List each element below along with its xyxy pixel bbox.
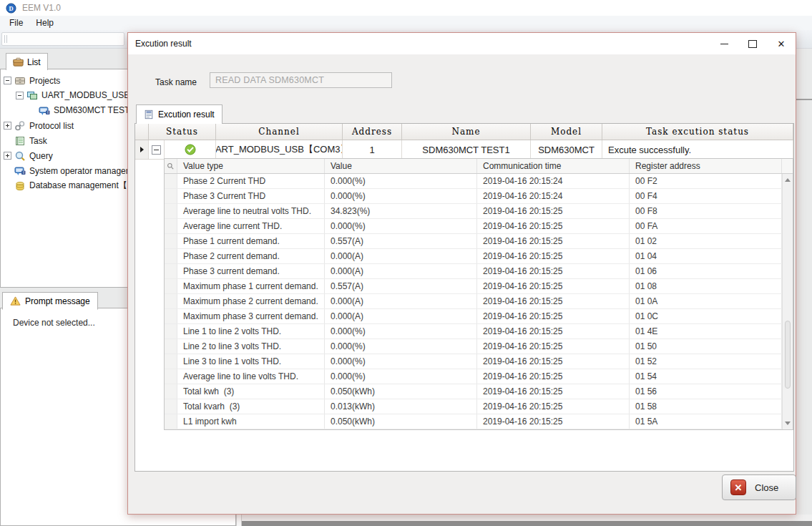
- detail-cell-register: 01 0C: [630, 309, 782, 323]
- panel-splitter[interactable]: [236, 515, 242, 526]
- minimize-button[interactable]: [710, 33, 738, 54]
- detail-cell-register: 01 56: [630, 384, 782, 399]
- detail-row[interactable]: Maximum phase 2 current demand.0.000(A)2…: [165, 294, 793, 309]
- column-header[interactable]: Communication time: [477, 159, 630, 173]
- detail-cell-type: Line 3 to line 1 volts THD.: [177, 354, 325, 369]
- master-cell-channel: UART_MODBUS_USB【COM3】: [216, 140, 343, 159]
- detail-row[interactable]: Line 1 to line 2 volts THD.0.000(%)2019-…: [165, 324, 793, 339]
- detail-row[interactable]: Average line current THD.0.000(%)2019-04…: [165, 219, 793, 234]
- column-header[interactable]: Model: [531, 124, 602, 140]
- detail-cell-register: 01 02: [630, 234, 782, 248]
- detail-row[interactable]: Line 2 to line 3 volts THD.0.000(%)2019-…: [165, 339, 793, 354]
- detail-row[interactable]: Maximum phase 3 current demand.0.000(A)2…: [165, 309, 793, 324]
- detail-cell-type: Maximum phase 1 current demand.: [177, 279, 325, 293]
- detail-cell-type: Total kwh (3): [177, 384, 325, 399]
- detail-cell-type: Average line to line volts THD.: [177, 369, 325, 384]
- detail-cell-time: 2019-04-16 20:15:25: [477, 234, 630, 248]
- detail-row[interactable]: Total kvarh (3)0.013(kWh)2019-04-16 20:1…: [165, 399, 793, 414]
- detail-cell-value: 0.000(%): [325, 324, 477, 339]
- detail-row[interactable]: Average line to neutral volts THD.34.823…: [165, 204, 793, 219]
- task-name-input[interactable]: [210, 72, 392, 88]
- column-header[interactable]: Value type: [177, 159, 325, 173]
- tree-expander-plus[interactable]: [4, 152, 11, 160]
- result-grid-page: StatusChannelAddressNameModelTask excuti…: [134, 123, 794, 472]
- detail-cell-time: 2019-04-16 20:15:25: [477, 309, 630, 323]
- column-header[interactable]: Name: [402, 124, 531, 140]
- toolbar-grip-icon[interactable]: [4, 35, 9, 43]
- tab-list[interactable]: List: [6, 53, 48, 70]
- detail-row[interactable]: Total kwh (3)0.050(kWh)2019-04-16 20:15:…: [165, 384, 793, 399]
- row-indicator: [165, 414, 177, 429]
- detail-row[interactable]: Maximum phase 1 current demand.0.557(A)2…: [165, 279, 793, 294]
- detail-row[interactable]: L1 import kwh0.050(kWh)2019-04-16 20:15:…: [165, 414, 793, 429]
- row-indicator: [165, 234, 177, 248]
- toolbar-field[interactable]: [1, 32, 124, 46]
- window-title: EEM V1.0: [22, 3, 61, 13]
- device-icon: f: [39, 105, 50, 117]
- tab-list-label: List: [27, 57, 41, 67]
- row-indicator: [165, 399, 177, 414]
- row-indicator: [165, 219, 177, 233]
- column-header[interactable]: Value: [325, 159, 477, 173]
- scroll-down-arrow[interactable]: [783, 418, 793, 429]
- master-cell-task-status: Excute successfully.: [602, 140, 793, 159]
- menubar: File Help: [0, 16, 812, 30]
- detail-row[interactable]: Phase 2 current demand.0.000(A)2019-04-1…: [165, 249, 793, 264]
- tab-prompt-message[interactable]: Prompt message: [2, 292, 98, 310]
- detail-cell-value: 0.000(%): [325, 369, 477, 384]
- column-header[interactable]: Task excution status: [602, 124, 793, 140]
- detail-row[interactable]: Average line to line volts THD.0.000(%)2…: [165, 369, 793, 384]
- detail-grid: Value typeValueCommunication timeRegiste…: [164, 158, 793, 430]
- scroll-up-arrow[interactable]: [783, 175, 793, 185]
- row-indicator: [165, 264, 177, 278]
- row-indicator: [165, 174, 177, 188]
- detail-row[interactable]: Phase 1 current demand.0.557(A)2019-04-1…: [165, 234, 793, 249]
- tree-expander-minus[interactable]: [16, 92, 24, 99]
- menu-file[interactable]: File: [3, 16, 29, 29]
- collapse-row-button[interactable]: [152, 145, 161, 155]
- maximize-button[interactable]: [738, 33, 767, 54]
- detail-cell-register: 00 F2: [630, 174, 782, 188]
- collapse-cell: [149, 140, 165, 159]
- menu-help[interactable]: Help: [29, 16, 60, 29]
- detail-row[interactable]: Phase 3 Current THD0.000(%)2019-04-16 20…: [165, 189, 793, 204]
- dialog-titlebar[interactable]: Excution result ✕: [128, 33, 796, 54]
- briefcase-icon: [13, 57, 24, 67]
- detail-cell-type: Phase 1 current demand.: [177, 234, 325, 248]
- detail-cell-time: 2019-04-16 20:15:25: [477, 264, 630, 278]
- column-header[interactable]: Register address: [630, 159, 782, 173]
- detail-row[interactable]: Line 3 to line 1 volts THD.0.000(%)2019-…: [165, 354, 793, 369]
- close-x-button[interactable]: ✕: [767, 33, 796, 54]
- vertical-scrollbar[interactable]: [782, 174, 793, 429]
- detail-cell-time: 2019-04-16 20:15:25: [477, 354, 630, 369]
- success-check-icon: [185, 144, 196, 155]
- tree-item-label: Query: [29, 151, 53, 161]
- detail-cell-value: 0.050(kWh): [325, 414, 477, 429]
- master-row[interactable]: UART_MODBUS_USB【COM3】1SDM630MCT TEST1SDM…: [135, 140, 793, 160]
- query-icon: [14, 150, 26, 162]
- detail-cell-value: 0.000(%): [325, 174, 477, 188]
- detail-cell-value: 0.000(A): [325, 249, 477, 263]
- scroll-thumb[interactable]: [785, 321, 791, 389]
- detail-cell-register: 01 50: [630, 339, 782, 354]
- close-button[interactable]: ✕ Close: [722, 474, 796, 500]
- row-indicator: [165, 204, 177, 218]
- detail-cell-time: 2019-04-16 20:15:25: [477, 204, 630, 218]
- detail-cell-register: 01 58: [630, 399, 782, 414]
- detail-cell-time: 2019-04-16 20:15:25: [477, 414, 630, 429]
- column-header[interactable]: Address: [343, 124, 402, 140]
- column-header[interactable]: Status: [149, 124, 216, 140]
- detail-cell-type: Total kvarh (3): [177, 399, 325, 414]
- detail-row[interactable]: Phase 3 current demand.0.000(A)2019-04-1…: [165, 264, 793, 279]
- detail-cell-register: 01 06: [630, 264, 782, 278]
- detail-cell-register: 01 54: [630, 369, 782, 384]
- tree-expander-minus[interactable]: [4, 77, 11, 84]
- tree-expander-plus[interactable]: [4, 122, 11, 130]
- right-panel-edge: [796, 99, 812, 100]
- detail-row[interactable]: Phase 2 Current THD0.000(%)2019-04-16 20…: [165, 174, 793, 189]
- column-header[interactable]: Channel: [216, 124, 343, 140]
- detail-cell-register: 01 4E: [630, 324, 782, 339]
- row-indicator: [165, 309, 177, 323]
- filter-icon[interactable]: [165, 159, 177, 173]
- tab-execution-result[interactable]: Excution result: [136, 104, 222, 124]
